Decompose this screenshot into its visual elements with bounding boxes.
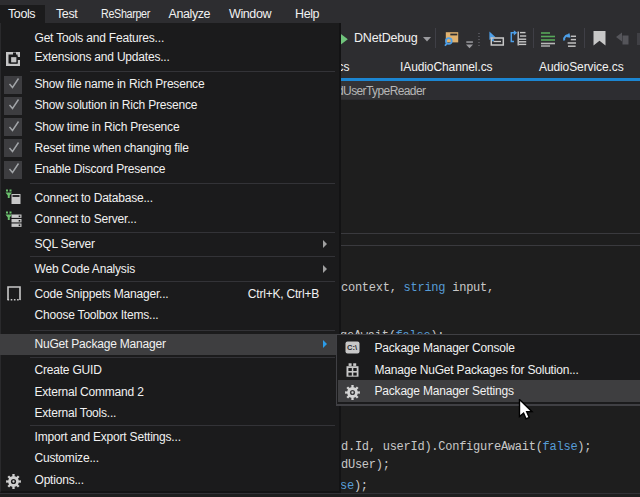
- svg-text:C:\: C:\: [347, 343, 358, 352]
